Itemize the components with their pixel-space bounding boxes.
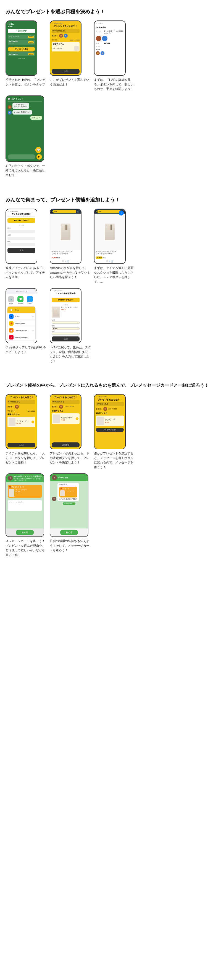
chat-input[interactable] xyxy=(8,154,35,159)
amazon-search[interactable]: 検索 xyxy=(53,210,76,213)
phone-item-decide-present: プレゼントをえらぼう！ HAP詳細を見る 参加者： 🐱 ¥110 〜 ¥4,50… xyxy=(50,394,91,469)
share-btn-circle[interactable]: ↑ xyxy=(119,210,124,216)
section2-title: みんなで集まって、プレゼント候補を追加しよう！ xyxy=(6,196,215,203)
sender-avatar: S xyxy=(52,496,56,501)
elect-btn[interactable]: えらぶ xyxy=(8,443,35,447)
add-item-btn-2[interactable]: 追加 xyxy=(52,336,80,341)
email-action[interactable]: ✉ メール S xyxy=(8,313,35,320)
join-hap-btn[interactable]: + Join HAP xyxy=(8,29,35,33)
phone-tanimu-2: T tanimu line S tanimu20 へ 🎁 プレゼント xyxy=(50,473,88,537)
section-1: みんなでプレゼントを選ぶ日程を決めよう！ Hello,HAP! + Join H… xyxy=(0,0,221,183)
email-icon: ✉ xyxy=(9,314,14,319)
name-input[interactable] xyxy=(8,230,35,233)
keep-icon: 📌 xyxy=(9,321,14,326)
decide-btn[interactable]: 決定 xyxy=(52,69,80,74)
present-card-1: ディフューザー ¥4,500 xyxy=(8,417,35,427)
heart-icon-2[interactable]: ♡ xyxy=(106,260,108,262)
caption-present-select: ここがプレゼントを選んでいく画面だよ！ xyxy=(50,78,91,87)
phone-decide-present: プレゼントをえらぼう！ HAP詳細を見る 参加者： 🐱 ¥110 〜 ¥4,50… xyxy=(50,394,82,449)
share-more: ＋ その他 xyxy=(35,296,36,304)
chat-send-btn[interactable]: ▶ xyxy=(36,154,42,160)
ios-share-apps-row: 📡 AirDrop 💬 Messages 🐦 Twitter xyxy=(7,295,36,305)
message-input-area[interactable]: メッセージを入力... xyxy=(8,500,42,511)
okuru-btn-2[interactable]: おくる xyxy=(60,530,78,535)
name-label: 品名 xyxy=(8,227,35,230)
tanimu-top-bar: T tanimu20 にメッセージを送ろう プレゼントが届いた tanimu20… xyxy=(6,474,44,482)
amazon-btn-2[interactable]: amazon でさがす xyxy=(52,298,80,302)
tanimu-product-card: 🎁 プレゼントカード ディフューザー¥4,500 xyxy=(8,485,42,498)
section1-row2: 💬 HAP チャット 🐱 これどうかな？ディフューザー！ 🐶 いいね！予算内だし… xyxy=(6,95,215,177)
present-row-3: プレゼント ¥110〜¥4,500 xyxy=(8,410,35,412)
radio-selected[interactable] xyxy=(32,420,34,423)
product-thumb-row: リードディフューザー ¥4,820 xyxy=(52,307,80,318)
decide-present-btn[interactable]: 決定する xyxy=(52,442,80,447)
amazon-btn[interactable]: amazon でさがす xyxy=(8,218,35,223)
section3-row1: プレゼントをえらぼう！ HAP詳細を見る 参加者： 🐱 プレゼント ¥110〜¥… xyxy=(6,394,215,469)
product-image-area xyxy=(50,213,81,250)
section1-row1: Hello,HAP! + Join HAP テイルウィー 200%! tanim… xyxy=(6,21,215,91)
participation-row-3: 参加者： 🐱 xyxy=(8,405,35,409)
pinterest-action[interactable]: P Save to Pinterest xyxy=(8,334,35,340)
phone-item-amazon-product: a 検索 🛒 xyxy=(94,208,135,284)
diffuser-product-2 xyxy=(105,224,115,240)
phone-item-hap-invite: Hello,HAP! + Join HAP テイルウィー 200%! tanim… xyxy=(6,21,47,91)
screen-add-item: ← a.hap.world アイテム候補を追加 ⓘ amazon でさがす また… xyxy=(6,209,37,263)
heart-icon[interactable]: ♡ xyxy=(62,260,64,262)
amazon-share-bar-2: ♡ ↑ 🛒 xyxy=(95,259,125,263)
phone-message-card: ← a.hap.world プレゼントをえらぼう！ HAP詳細を見る 参加者： … xyxy=(94,394,126,449)
candidate-header-4: 候補アイテム xyxy=(52,410,80,412)
share-icon[interactable]: ↑ xyxy=(65,260,66,262)
message-write-btn[interactable]: メッセージを書く xyxy=(96,428,124,432)
phone-chat: 💬 HAP チャット 🐱 これどうかな？ディフューザー！ 🐶 いいね！予算内だし… xyxy=(6,95,44,162)
product-price-highlighted: ¥4,820 税込 xyxy=(95,256,125,259)
phone-item-add-item: ← a.hap.world アイテム候補を追加 ⓘ amazon でさがす また… xyxy=(6,208,47,284)
url-label-2: URL xyxy=(52,331,80,332)
product-title-2: アロマ ルームフレグランスリードディフューザー xyxy=(95,250,125,256)
phone-item-message-card: ← a.hap.world プレゼントをえらぼう！ HAP詳細を見る 参加者： … xyxy=(94,394,135,469)
phone-tanimu-1: T tanimu20 にメッセージを送ろう プレゼントが届いた tanimu20… xyxy=(6,473,44,537)
product-title: アロマ ルームフレグランスリードディフューザー xyxy=(50,250,81,256)
present-select-btn[interactable]: プレゼントを選ぶ xyxy=(8,47,35,51)
price-label-2: 金額 xyxy=(52,325,80,327)
chat-fab[interactable]: 💬 xyxy=(35,147,41,153)
url-input[interactable] xyxy=(8,243,35,246)
add-item-btn[interactable]: 追加 xyxy=(8,248,35,253)
caption-chat: 右下のチャットボタンで、一緒に選ぶ人たちと一緒に話し合おう！ xyxy=(6,164,47,177)
tanimu-title: tanimu line xyxy=(58,477,68,479)
bhap-add-header: アイテム候補を追加 ⓘ xyxy=(52,292,80,296)
caption-amazon-browse: amazonのさがすを押して、amazonの中からプレゼントしたい商品を探そう！ xyxy=(50,266,91,280)
price-input-2[interactable]: ¥4500 xyxy=(52,327,80,329)
phone-ios-share: amazon.co.jp 📡 AirDrop 💬 Messages xyxy=(6,288,37,344)
phone-item-tanimu-2: T tanimu line S tanimu20 へ 🎁 プレゼント xyxy=(50,473,91,557)
screen-choose-present: プレゼントをえらぼう！ HAP詳細を見る 参加者： 🐱 プレゼント ¥110〜¥… xyxy=(6,395,37,449)
keep-action[interactable]: 📌 Save in Keep xyxy=(8,320,35,327)
phone-item-choose-present: プレゼントをえらぼう！ HAP詳細を見る 参加者： 🐱 プレゼント ¥110〜¥… xyxy=(6,394,47,469)
phone-amazon-product: a 検索 🛒 xyxy=(94,208,126,264)
theme-row: テーマ 新しい環境でたちが活躍してほしい xyxy=(96,30,124,35)
screen-amazon-share: a 検索 🛒 xyxy=(95,209,125,263)
hap-info-bar: HAP詳細を見る xyxy=(8,400,35,404)
chat-header: 💬 HAP チャット xyxy=(8,98,42,102)
url-input-2[interactable] xyxy=(52,332,80,335)
cart-icon-2[interactable]: 🛒 xyxy=(111,260,114,262)
amazon-search-2[interactable]: 検索 xyxy=(98,210,120,213)
share-icon-2[interactable]: ↑ xyxy=(109,260,110,262)
price-input[interactable] xyxy=(8,237,35,240)
present-card-3: ディフューザー ¥4,500 xyxy=(96,415,124,426)
phone-choose-present: プレゼントをえらぼう！ HAP詳細を見る 参加者： 🐱 プレゼント ¥110〜¥… xyxy=(6,394,37,449)
caption-bhap-add: bHAPに戻って、集めた、スクショ、金額、商品情報（URLも含む）を入力して追加… xyxy=(50,345,91,363)
cart-icon[interactable]: 🛒 xyxy=(66,260,69,262)
snooze-action[interactable]: ⏰ Open in Snooze S xyxy=(8,327,35,334)
card-in-bubble: 🎁 プレゼント ディフューザー xyxy=(59,487,77,498)
copy-action[interactable]: 📋 Copy xyxy=(8,307,35,313)
hap-name-display: tanimu20 xyxy=(96,26,124,29)
amazon-top-bar: a 検索 🛒 xyxy=(50,209,81,213)
okuru-btn[interactable]: おくる xyxy=(16,530,34,535)
radio-selected-2[interactable] xyxy=(76,417,79,420)
phone-present-select: ← a.hap.world プレゼントをえらぼう！ HAPの詳細を見る 参加者：… xyxy=(50,21,82,76)
tanimu-top-bar-2: T tanimu line xyxy=(50,474,88,481)
add-item-header: アイテム候補を追加 ⓘ xyxy=(8,213,35,216)
name-input-2[interactable] xyxy=(52,321,80,324)
caption-tanimu-1: メッセージカードを書こう！プレゼントを選んだ理由や、どう使って欲しいか、などを書… xyxy=(6,539,47,557)
tanimu-avatar: T xyxy=(8,476,13,480)
